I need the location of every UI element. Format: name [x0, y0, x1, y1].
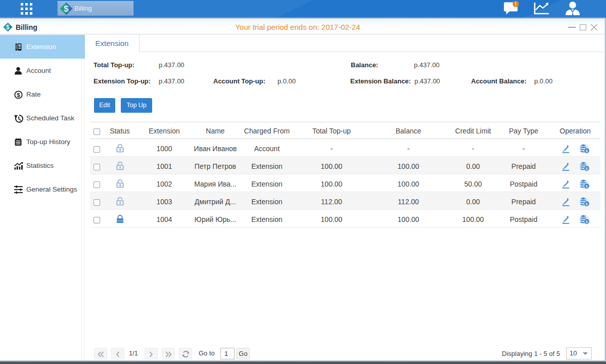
svg-text:!: !: [515, 2, 517, 7]
svg-text:$: $: [586, 184, 588, 189]
svg-text:$: $: [6, 24, 10, 31]
svg-text:$: $: [586, 202, 588, 206]
svg-text:$: $: [586, 149, 588, 153]
svg-text:$: $: [586, 166, 588, 171]
svg-text:$: $: [17, 92, 20, 98]
svg-text:$: $: [64, 4, 69, 14]
svg-text:$: $: [586, 219, 588, 224]
